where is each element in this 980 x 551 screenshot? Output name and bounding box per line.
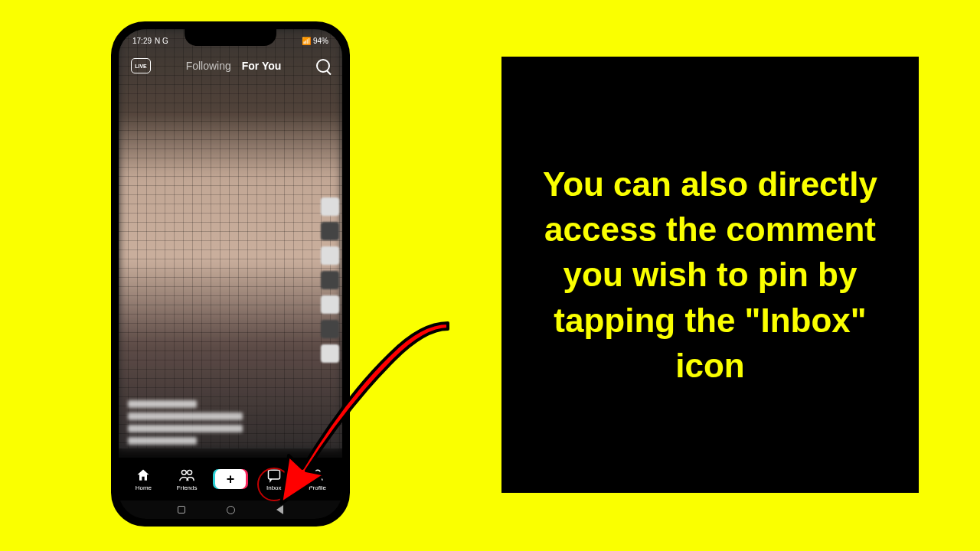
- blur-line: [128, 400, 197, 408]
- nav-friends-label: Friends: [177, 484, 198, 491]
- android-home-icon[interactable]: [227, 506, 235, 514]
- battery-text: 94%: [313, 37, 328, 45]
- side-thumb: [321, 197, 339, 216]
- side-thumb: [321, 320, 339, 338]
- blur-line: [128, 425, 243, 432]
- nav-home-label: Home: [136, 484, 152, 491]
- bottom-nav: Home Friends + Inbox: [119, 458, 342, 500]
- phone-frame: 17:29 N G 📶 94% LIVE Following For You: [111, 21, 350, 527]
- pixel-overlay: [119, 29, 342, 448]
- phone-notch: [185, 29, 276, 46]
- instruction-panel: You can also directly access the comment…: [501, 57, 919, 493]
- nav-friends[interactable]: Friends: [168, 468, 206, 491]
- side-thumb: [321, 222, 339, 240]
- side-thumb: [321, 344, 339, 363]
- status-indicators: N G: [155, 37, 168, 45]
- app-top-bar: LIVE Following For You: [119, 52, 342, 80]
- android-recent-icon[interactable]: [178, 506, 185, 514]
- video-feed[interactable]: [119, 29, 342, 448]
- caption-area-blurred: [128, 400, 266, 445]
- home-icon: [135, 468, 152, 483]
- create-icon: +: [215, 469, 246, 489]
- instruction-text: You can also directly access the comment…: [526, 161, 894, 389]
- nav-inbox-label: Inbox: [266, 484, 282, 491]
- blur-line: [128, 437, 197, 445]
- android-back-icon[interactable]: [276, 505, 283, 514]
- create-plus: +: [227, 471, 235, 487]
- friends-icon: [178, 468, 195, 483]
- inbox-icon: [266, 468, 283, 483]
- blur-line: [128, 412, 243, 420]
- nav-create[interactable]: +: [211, 469, 250, 489]
- status-time: 17:29: [132, 37, 152, 45]
- svg-point-0: [182, 470, 187, 474]
- phone-screen: 17:29 N G 📶 94% LIVE Following For You: [119, 29, 342, 519]
- nav-home[interactable]: Home: [124, 468, 162, 491]
- side-thumb: [321, 271, 339, 289]
- profile-icon: [309, 468, 326, 483]
- nav-profile-label: Profile: [309, 484, 326, 491]
- svg-point-1: [188, 470, 192, 474]
- live-label: LIVE: [135, 64, 147, 69]
- svg-rect-2: [268, 470, 279, 479]
- feed-tabs: Following For You: [186, 60, 282, 72]
- side-thumb: [321, 295, 339, 314]
- nav-profile[interactable]: Profile: [299, 468, 337, 491]
- search-icon[interactable]: [316, 59, 330, 73]
- side-thumb: [321, 246, 339, 265]
- signal-icon: 📶: [302, 37, 311, 45]
- android-nav-bar: [119, 502, 342, 517]
- nav-inbox[interactable]: Inbox: [255, 468, 293, 491]
- live-icon[interactable]: LIVE: [131, 58, 151, 73]
- tab-for-you[interactable]: For You: [242, 60, 282, 72]
- tab-following[interactable]: Following: [186, 60, 231, 72]
- side-action-icons: [321, 197, 339, 363]
- svg-point-3: [315, 470, 320, 474]
